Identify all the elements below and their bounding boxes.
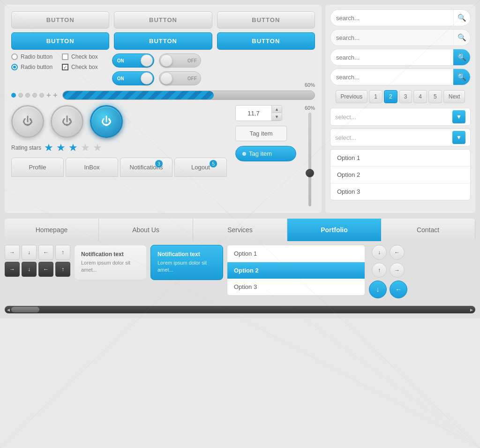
page-next[interactable]: Next	[443, 90, 465, 103]
page-2-active[interactable]: 2	[384, 90, 398, 103]
radio-item-1[interactable]: Radio button	[11, 53, 52, 60]
ctrl-left-1[interactable]: ←	[390, 245, 405, 260]
nav-homepage[interactable]: Homepage	[5, 219, 99, 241]
vertical-slider: 60%	[300, 105, 315, 206]
arrow-down-1[interactable]: ↓	[22, 245, 37, 260]
search-button-3[interactable]: 🔍	[453, 49, 470, 66]
right-controls: ↓ ← ↑ → ↓ ←	[369, 245, 407, 298]
page-prev[interactable]: Previous	[336, 90, 368, 103]
tag-item-blue[interactable]: Tag item	[235, 146, 296, 161]
dropdown2-option-1[interactable]: Option 1	[227, 245, 365, 262]
select-2[interactable]: select... ▼	[330, 129, 471, 146]
toggle-off-2[interactable]: OFF	[159, 71, 201, 85]
nav-contact[interactable]: Contact	[381, 219, 475, 241]
search-bar-3: 🔍	[330, 49, 471, 66]
page-5[interactable]: 5	[428, 90, 442, 103]
star-4[interactable]: ★	[81, 142, 90, 154]
notif-gray-body: Lorem ipsum dolor sit amet...	[81, 259, 140, 274]
power-button-3[interactable]: ⏻	[90, 105, 123, 138]
checkbox-item-2[interactable]: ✓ Check box	[62, 64, 98, 70]
dropdown-option-3[interactable]: Option 3	[330, 183, 470, 200]
slider-thumb[interactable]	[306, 169, 314, 177]
toggle-row-1: ON OFF	[112, 53, 201, 68]
notif-blue-title: Notification text	[158, 251, 216, 258]
toggle-on-1[interactable]: ON	[112, 53, 154, 68]
spinbox-down[interactable]: ▼	[271, 113, 282, 121]
radio-item-2[interactable]: Radio button	[11, 64, 52, 70]
search-button-2[interactable]: 🔍	[453, 29, 470, 46]
search-input-4[interactable]	[330, 74, 453, 81]
select-placeholder-1: select...	[335, 114, 452, 121]
nav-portfolio[interactable]: Portfolio	[287, 219, 381, 241]
page-3[interactable]: 3	[399, 90, 412, 103]
progress-label: 60%	[305, 82, 315, 88]
toggle-thumb-3	[141, 72, 153, 84]
select-arrow-1[interactable]: ▼	[452, 110, 465, 123]
select-arrow-2[interactable]: ▼	[452, 131, 465, 144]
power-button-1[interactable]: ⏻	[11, 105, 44, 138]
blue-button-1[interactable]: BUTTON	[11, 32, 109, 50]
horizontal-scrollbar[interactable]: ◄ ►	[5, 306, 475, 313]
star-5[interactable]: ★	[93, 142, 102, 154]
star-3[interactable]: ★	[68, 142, 78, 154]
search-input-2[interactable]	[330, 34, 453, 41]
logout-badge: 5	[210, 160, 217, 167]
ctrl-left-blue[interactable]: ←	[390, 281, 407, 298]
search-button-4[interactable]: 🔍	[453, 68, 470, 85]
gray-button-1[interactable]: BUTTON	[11, 11, 109, 29]
gray-button-3[interactable]: BUTTON	[217, 11, 315, 29]
ctrl-up-1[interactable]: ↑	[372, 263, 387, 278]
checkbox-item-1[interactable]: Check box	[62, 53, 98, 60]
arrow-left-1[interactable]: ←	[38, 245, 53, 260]
arrow-down-2[interactable]: ↓	[22, 262, 37, 277]
arrow-left-2[interactable]: ←	[38, 262, 53, 277]
power-button-2[interactable]: ⏻	[51, 105, 83, 138]
notification-gray: Notification text Lorem ipsum dolor sit …	[74, 245, 147, 280]
tab-notifications[interactable]: Notifications 3	[120, 158, 172, 177]
arrow-up-2[interactable]: ↑	[55, 262, 70, 277]
search-button-1[interactable]: 🔍	[453, 9, 470, 26]
dropdown-option-1[interactable]: Option 1	[330, 150, 470, 167]
ctrl-down-1[interactable]: ↓	[372, 245, 387, 260]
star-2[interactable]: ★	[56, 142, 66, 154]
dot-plus-2[interactable]: +	[53, 91, 57, 99]
toggle-off-1[interactable]: OFF	[159, 53, 201, 68]
scroll-arrow-left[interactable]: ◄	[6, 307, 11, 312]
spinbox[interactable]: 11,7 ▲ ▼	[235, 105, 282, 121]
select-1[interactable]: select... ▼	[330, 108, 471, 126]
dot-1	[11, 93, 16, 98]
slider-track[interactable]	[308, 113, 311, 206]
dot-plus-1[interactable]: +	[46, 91, 51, 99]
page-4[interactable]: 4	[413, 90, 427, 103]
dropdown2-option-3[interactable]: Option 3	[227, 279, 365, 295]
blue-button-2[interactable]: BUTTON	[114, 32, 212, 50]
search-bar-1: 🔍	[330, 9, 471, 26]
gray-button-2[interactable]: BUTTON	[114, 11, 212, 29]
nav-services[interactable]: Services	[193, 219, 287, 241]
tab-logout[interactable]: Logout 5	[174, 158, 227, 177]
dropdown2-option-2-selected[interactable]: Option 2	[227, 262, 365, 279]
tab-profile[interactable]: Profile	[11, 158, 64, 177]
toggle-thumb-1	[141, 54, 153, 67]
toggle-on-2[interactable]: ON	[112, 71, 154, 85]
scroll-arrow-right[interactable]: ►	[469, 307, 474, 312]
ctrl-down-blue[interactable]: ↓	[369, 281, 387, 298]
dropdown-option-2[interactable]: Option 2	[330, 167, 470, 183]
checkbox-label-1: Check box	[71, 53, 98, 60]
search-input-1[interactable]	[330, 15, 453, 22]
spinbox-up[interactable]: ▲	[271, 106, 282, 113]
tab-inbox[interactable]: InBox	[66, 158, 118, 177]
nav-aboutus[interactable]: About Us	[99, 219, 193, 241]
arrow-right-2[interactable]: →	[5, 262, 20, 277]
ctrl-right-1[interactable]: →	[390, 263, 405, 278]
arrow-up-1[interactable]: ↑	[55, 245, 70, 260]
search-input-3[interactable]	[330, 54, 453, 61]
tag-item-outline[interactable]: Tag item	[235, 126, 287, 141]
scrollbar-thumb[interactable]	[11, 307, 39, 312]
tag-dot	[242, 152, 246, 156]
blue-button-3[interactable]: BUTTON	[217, 32, 315, 50]
page-1[interactable]: 1	[369, 90, 382, 103]
bottom-section: → ↓ ← ↑ → ↓ ← ↑ Notification text Lorem …	[5, 245, 475, 298]
star-1[interactable]: ★	[44, 142, 53, 154]
arrow-right-1[interactable]: →	[5, 245, 20, 260]
